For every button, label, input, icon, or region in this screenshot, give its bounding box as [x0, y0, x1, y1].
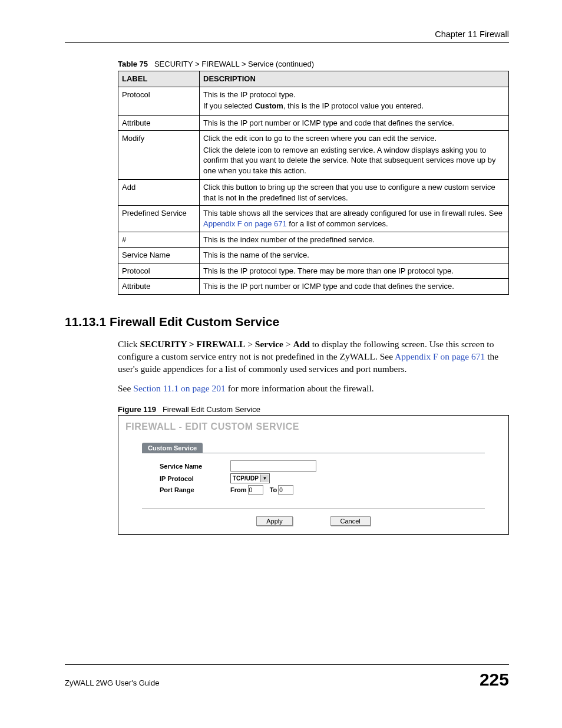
- desc-line: Click the delete icon to remove an exist…: [203, 145, 505, 176]
- label-from: From: [230, 486, 247, 493]
- chevron-down-icon: ▼: [260, 475, 269, 482]
- footer-rule: [65, 664, 509, 665]
- paragraph: Click SECURITY > FIREWALL > Service > Ad…: [118, 338, 509, 375]
- row-ip-protocol: IP Protocol TCP/UDP ▼: [160, 473, 485, 483]
- text: >: [283, 339, 293, 349]
- table-header-description: Description: [200, 71, 509, 87]
- table-caption-num: Table 75: [118, 60, 148, 68]
- desc-cell: This is the IP port number or ICMP type …: [200, 115, 509, 131]
- section-heading: 11.13.1 Firewall Edit Custom Service: [65, 315, 509, 329]
- tab-custom-service[interactable]: Custom Service: [142, 443, 203, 453]
- chapter-header: Chapter 11 Firewall: [65, 29, 509, 39]
- desc-text: If you selected: [203, 101, 254, 110]
- desc-bold: Custom: [254, 101, 283, 110]
- section-link[interactable]: Section 11.1 on page 201: [133, 383, 226, 393]
- breadcrumb: SECURITY > FIREWALL: [140, 339, 245, 349]
- figure-caption: Figure 119 Firewall Edit Custom Service: [118, 405, 509, 414]
- label-port-range: Port Range: [160, 486, 230, 493]
- table-row: Attribute This is the IP port number or …: [118, 115, 509, 131]
- label-cell: Add: [118, 180, 200, 206]
- figure-frame: FIREWALL - EDIT CUSTOM SERVICE Custom Se…: [118, 415, 509, 535]
- port-to-input[interactable]: [278, 485, 293, 495]
- row-service-name: Service Name: [160, 460, 485, 472]
- desc-text: This table shows all the services that a…: [203, 209, 503, 218]
- header-rule: [65, 42, 509, 43]
- appendix-link[interactable]: Appendix F on page 671: [203, 219, 287, 228]
- label-cell: Protocol: [118, 87, 200, 115]
- paragraph: See Section 11.1 on page 201 for more in…: [118, 383, 509, 395]
- desc-text: for a list of common services.: [287, 219, 388, 228]
- label-cell: Modify: [118, 131, 200, 180]
- cancel-button[interactable]: Cancel: [330, 516, 371, 526]
- button-row: Apply Cancel: [142, 516, 485, 526]
- label-description-table: Label Description Protocol This is the I…: [118, 71, 509, 295]
- desc-cell: This is the index number of the predefin…: [200, 232, 509, 248]
- desc-cell: This table shows all the services that a…: [200, 206, 509, 232]
- breadcrumb-item: Service: [255, 339, 283, 349]
- label-cell: Protocol: [118, 263, 200, 279]
- desc-line: If you selected Custom, this is the IP p…: [203, 101, 505, 111]
- row-port-range: Port Range From To: [160, 485, 485, 495]
- label-cell: Attribute: [118, 279, 200, 295]
- apply-button[interactable]: Apply: [256, 516, 293, 526]
- text: See: [118, 383, 133, 393]
- footer-guide-name: ZyWALL 2WG User's Guide: [65, 678, 159, 687]
- desc-cell: This is the name of the service.: [200, 248, 509, 263]
- table-caption-text: SECURITY > FIREWALL > Service (continued…: [154, 60, 314, 68]
- form-divider: [142, 508, 485, 509]
- figure-caption-num: Figure 119: [118, 405, 156, 414]
- text: for more information about the firewall.: [226, 383, 374, 393]
- appendix-link[interactable]: Appendix F on page 671: [395, 351, 485, 361]
- port-from-input[interactable]: [248, 485, 263, 495]
- table-row: Attribute This is the IP port number or …: [118, 279, 509, 295]
- label-to: To: [270, 486, 277, 493]
- desc-text: , this is the IP protocol value you ente…: [283, 101, 424, 110]
- table-row: # This is the index number of the predef…: [118, 232, 509, 248]
- desc-cell: Click the edit icon to go to the screen …: [200, 131, 509, 180]
- table-row: Protocol This is the IP protocol type. T…: [118, 263, 509, 279]
- table-header-label: Label: [118, 71, 200, 87]
- label-cell: #: [118, 232, 200, 248]
- table-row: Predefined Service This table shows all …: [118, 206, 509, 232]
- table-row: Modify Click the edit icon to go to the …: [118, 131, 509, 180]
- figure-caption-text: Firewall Edit Custom Service: [163, 405, 260, 414]
- desc-cell: This is the IP protocol type. If you sel…: [200, 87, 509, 115]
- label-service-name: Service Name: [160, 463, 230, 470]
- label-cell: Attribute: [118, 115, 200, 131]
- label-cell: Predefined Service: [118, 206, 200, 232]
- desc-cell: Click this button to bring up the screen…: [200, 180, 509, 206]
- page-number: 225: [480, 670, 509, 690]
- select-value: TCP/UDP: [233, 475, 259, 482]
- page-footer: ZyWALL 2WG User's Guide 225: [65, 664, 509, 690]
- service-name-input[interactable]: [230, 460, 316, 472]
- text: Click: [118, 339, 140, 349]
- ip-protocol-select[interactable]: TCP/UDP ▼: [230, 473, 270, 483]
- table-row: Add Click this button to bring up the sc…: [118, 180, 509, 206]
- desc-line: This is the IP protocol type.: [203, 90, 505, 100]
- desc-line: Click the edit icon to go to the screen …: [203, 133, 505, 144]
- body-text: Click SECURITY > FIREWALL > Service > Ad…: [118, 338, 509, 395]
- desc-cell: This is the IP port number or ICMP type …: [200, 279, 509, 295]
- desc-cell: This is the IP protocol type. There may …: [200, 263, 509, 279]
- table-block: Table 75 SECURITY > FIREWALL > Service (…: [118, 60, 509, 295]
- form-area: Service Name IP Protocol TCP/UDP ▼ Port …: [142, 458, 485, 505]
- table-row: Service Name This is the name of the ser…: [118, 248, 509, 263]
- text: >: [245, 339, 255, 349]
- table-caption: Table 75 SECURITY > FIREWALL > Service (…: [118, 60, 509, 68]
- figure-block: Figure 119 Firewall Edit Custom Service …: [118, 405, 509, 535]
- label-cell: Service Name: [118, 248, 200, 263]
- panel-inner: Custom Service Service Name IP Protocol …: [142, 443, 485, 526]
- panel-title: FIREWALL - EDIT CUSTOM SERVICE: [125, 421, 503, 432]
- label-ip-protocol: IP Protocol: [160, 475, 230, 482]
- table-row: Protocol This is the IP protocol type. I…: [118, 87, 509, 115]
- breadcrumb-item: Add: [293, 339, 309, 349]
